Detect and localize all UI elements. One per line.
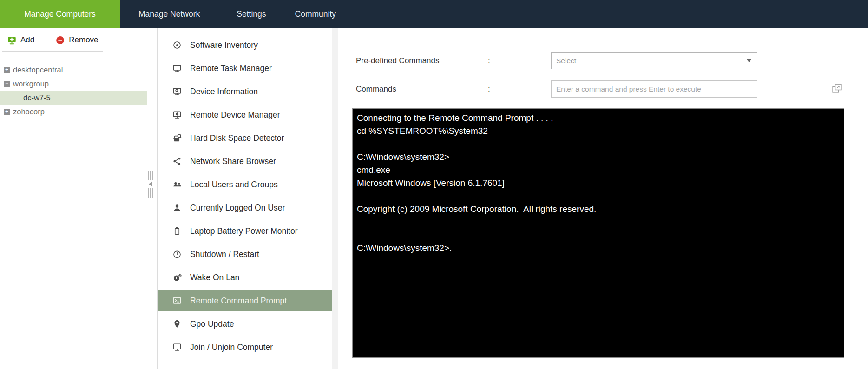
tool-item-label: Software Inventory [190, 40, 258, 50]
tree-node-label: zohocorp [13, 107, 45, 116]
tool-item-label: Local Users and Groups [190, 180, 278, 190]
battery-icon [172, 226, 182, 236]
tools-scrollbar[interactable] [332, 28, 338, 369]
console-line [357, 229, 840, 242]
tab-label: Community [295, 9, 336, 19]
computer-toolbar: Add Remove [0, 28, 157, 52]
tool-item-remote-command-prompt[interactable]: Remote Command Prompt [158, 290, 332, 311]
tool-item-laptop-battery-power-monitor[interactable]: Laptop Battery Power Monitor [158, 221, 332, 241]
remove-computer-icon [55, 35, 65, 45]
tool-item-software-inventory[interactable]: Software Inventory [158, 35, 332, 55]
tool-item-label: Network Share Browser [190, 157, 276, 166]
tool-item-gpo-update[interactable]: Gpo Update [158, 314, 332, 334]
tree-node-workgroup[interactable]: workgroup [0, 77, 157, 91]
nav-tabs: Manage Computers Manage Network Settings… [0, 0, 868, 28]
predefined-commands-select[interactable]: Select [551, 52, 757, 69]
tab-label: Manage Network [138, 9, 200, 19]
gpo-update-icon [172, 319, 182, 329]
tool-item-label: Device Information [190, 87, 258, 97]
add-label: Add [20, 35, 34, 45]
commands-colon: : [488, 85, 490, 94]
console-line [357, 138, 840, 151]
add-button[interactable]: Add [7, 35, 34, 45]
join-unjoin-computer-icon [172, 342, 182, 352]
tree-node-label: dc-w7-5 [23, 93, 51, 102]
collapse-arrow-icon [149, 181, 152, 187]
console-line: cmd.exe [357, 164, 840, 177]
tool-item-local-users-and-groups[interactable]: Local Users and Groups [158, 174, 332, 195]
tool-item-network-share-browser[interactable]: Network Share Browser [158, 151, 332, 171]
dropdown-arrow-icon [747, 59, 751, 62]
console-line [357, 190, 840, 203]
tool-item-label: Remote Device Manager [190, 110, 280, 120]
local-users-groups-icon [172, 179, 182, 190]
tool-item-hard-disk-space-detector[interactable]: Hard Disk Space Detector [158, 128, 332, 148]
tool-item-currently-logged-on-user[interactable]: Currently Logged On User [158, 198, 332, 218]
splitter-stripes [148, 188, 154, 198]
remove-label: Remove [69, 35, 98, 45]
remove-button[interactable]: Remove [55, 35, 98, 45]
tool-item-label: Shutdown / Restart [190, 250, 259, 259]
console-output[interactable]: Connecting to the Remote Command Prompt … [352, 108, 844, 358]
device-information-icon [172, 86, 182, 97]
predefined-commands-colon: : [488, 56, 490, 66]
wake-on-lan-icon [172, 272, 182, 283]
console-line: Microsoft Windows [Version 6.1.7601] [357, 177, 840, 190]
tab-manage-computers[interactable]: Manage Computers [0, 0, 120, 28]
tool-item-label: Join / Unjoin Computer [190, 343, 273, 352]
predefined-commands-row: Pre-defined Commands : Select [338, 52, 868, 69]
tree-node-dc-w7-5[interactable]: dc-w7-5 [0, 91, 147, 105]
toolbar-divider [46, 32, 46, 48]
console-line: C:\Windows\system32>. [357, 242, 840, 255]
tree-toggle-icon[interactable] [4, 81, 10, 87]
left-sidebar: Add Remove desktopcentral workgroup [0, 28, 157, 369]
remote-task-manager-icon [172, 63, 182, 73]
tool-item-label: Hard Disk Space Detector [190, 133, 284, 143]
tool-item-label: Remote Task Manager [190, 64, 272, 73]
tab-manage-network[interactable]: Manage Network [138, 0, 200, 28]
tab-label: Manage Computers [24, 9, 96, 19]
main-panel: Pre-defined Commands : Select Commands :… [338, 28, 868, 369]
predefined-commands-select-value: Select [556, 57, 576, 65]
tool-item-label: Laptop Battery Power Monitor [190, 226, 298, 236]
tab-settings[interactable]: Settings [237, 0, 266, 28]
tool-item-remote-task-manager[interactable]: Remote Task Manager [158, 58, 332, 79]
splitter-stripes [148, 171, 154, 180]
commands-label: Commands [356, 85, 396, 94]
tree-node-desktopcentral[interactable]: desktopcentral [0, 63, 157, 77]
tool-item-remote-device-manager[interactable]: Remote Device Manager [158, 105, 332, 125]
console-line: C:\Windows\system32> [357, 151, 840, 164]
tool-item-device-information[interactable]: Device Information [158, 81, 332, 102]
console-line: cd %SYSTEMROOT%\System32 [357, 125, 840, 138]
open-new-window-button[interactable] [831, 82, 843, 94]
computer-tree: desktopcentral workgroup dc-w7-5 zohocor… [0, 63, 157, 119]
tree-node-label: workgroup [13, 79, 49, 88]
tree-toggle-icon[interactable] [4, 109, 10, 115]
software-inventory-icon [172, 40, 182, 50]
open-new-window-icon [831, 82, 843, 94]
tool-item-join-unjoin-computer[interactable]: Join / Unjoin Computer [158, 337, 332, 357]
remote-command-prompt-icon [172, 296, 182, 306]
tab-label: Settings [237, 9, 266, 19]
console-line: Connecting to the Remote Command Prompt … [357, 112, 840, 125]
tools-panel: Software Inventory Remote Task Manager D… [158, 28, 332, 369]
tool-item-shutdown-restart[interactable]: Shutdown / Restart [158, 244, 332, 264]
add-computer-icon [7, 35, 17, 45]
tool-item-label: Gpo Update [190, 319, 234, 329]
tool-item-label: Remote Command Prompt [190, 296, 287, 306]
console-line [357, 216, 840, 229]
logged-on-user-icon [172, 203, 182, 213]
top-nav: Manage Computers Manage Network Settings… [0, 0, 868, 28]
tab-community[interactable]: Community [295, 0, 336, 28]
hard-disk-space-detector-icon [172, 133, 182, 143]
command-input[interactable] [551, 80, 757, 98]
tool-item-wake-on-lan[interactable]: Wake On Lan [158, 267, 332, 288]
commands-row: Commands : [338, 80, 868, 98]
predefined-commands-label: Pre-defined Commands [356, 56, 440, 66]
tree-toggle-icon[interactable] [4, 67, 10, 73]
tree-node-label: desktopcentral [13, 66, 63, 74]
tool-item-label: Wake On Lan [190, 273, 239, 283]
tool-item-label: Currently Logged On User [190, 203, 285, 213]
collapse-panel-handle[interactable] [148, 171, 155, 198]
tree-node-zohocorp[interactable]: zohocorp [0, 105, 157, 119]
